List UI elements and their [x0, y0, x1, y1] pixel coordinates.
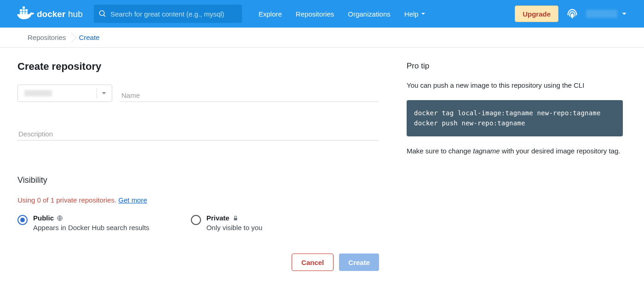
- description-input[interactable]: [17, 123, 379, 141]
- create-button[interactable]: Create: [339, 254, 379, 271]
- chevron-down-icon: [101, 90, 107, 96]
- page-title: Create repository: [17, 61, 379, 73]
- public-desc: Appears in Docker Hub search results: [33, 224, 150, 231]
- svg-line-8: [104, 15, 105, 17]
- private-desc: Only visible to you: [207, 224, 263, 231]
- nav-organizations[interactable]: Organizations: [348, 10, 391, 18]
- chevron-down-icon: [420, 11, 426, 17]
- protip-intro: You can push a new image to this reposit…: [407, 80, 623, 91]
- svg-rect-1: [23, 12, 25, 14]
- protip-code: docker tag local-image:tagname new-repo:…: [407, 100, 623, 136]
- brand-hub: hub: [68, 9, 83, 19]
- protip-note: Make sure to change tagname with your de…: [407, 146, 623, 157]
- svg-rect-3: [20, 9, 22, 11]
- protip-title: Pro tip: [407, 62, 623, 71]
- visibility-heading: Visibility: [17, 175, 379, 185]
- crumb-repositories[interactable]: Repositories: [21, 34, 72, 41]
- upgrade-button[interactable]: Upgrade: [515, 6, 558, 22]
- lock-icon: [232, 215, 239, 221]
- search-container[interactable]: [94, 5, 242, 23]
- nav-repositories[interactable]: Repositories: [296, 10, 334, 18]
- namespace-select[interactable]: [17, 85, 112, 102]
- get-more-link[interactable]: Get more: [118, 196, 147, 204]
- private-label: Private: [207, 214, 230, 222]
- brand-docker: docker: [37, 9, 66, 19]
- nav-explore[interactable]: Explore: [259, 10, 282, 18]
- svg-point-7: [99, 11, 104, 16]
- svg-rect-6: [23, 6, 25, 9]
- globe-icon: [57, 215, 63, 221]
- fingerprint-icon[interactable]: [565, 6, 580, 21]
- search-input[interactable]: [110, 10, 237, 18]
- svg-rect-0: [20, 12, 22, 14]
- search-icon: [98, 10, 107, 18]
- public-label: Public: [33, 214, 54, 222]
- namespace-redacted: [24, 90, 52, 96]
- svg-rect-4: [23, 9, 25, 11]
- visibility-private-radio[interactable]: [191, 215, 201, 225]
- visibility-public-radio[interactable]: [17, 215, 28, 225]
- user-menu[interactable]: [586, 10, 627, 18]
- crumb-create[interactable]: Create: [72, 34, 106, 41]
- private-usage-text: Using 0 of 1 private repositories. Get m…: [17, 196, 379, 204]
- nav-help[interactable]: Help: [404, 10, 426, 18]
- username-redacted: [586, 10, 617, 18]
- dockerhub-logo[interactable]: docker hub: [17, 6, 85, 22]
- breadcrumb: Repositories Create: [0, 28, 644, 48]
- svg-rect-10: [234, 218, 237, 220]
- repo-name-input[interactable]: [121, 85, 379, 102]
- chevron-down-icon: [621, 11, 627, 17]
- svg-rect-5: [25, 9, 28, 11]
- svg-rect-2: [25, 12, 28, 14]
- cancel-button[interactable]: Cancel: [292, 254, 334, 271]
